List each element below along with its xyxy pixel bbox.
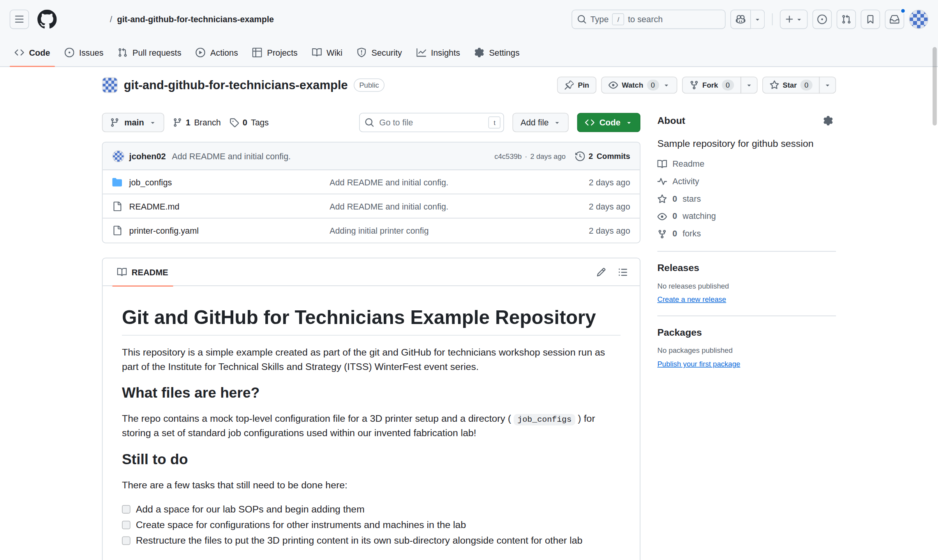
meta-label: watching xyxy=(682,210,716,223)
outline-button[interactable] xyxy=(613,262,633,282)
file-name-link[interactable]: README.md xyxy=(129,201,180,211)
page-title[interactable]: git-and-github-for-technicians-example xyxy=(124,78,348,92)
create-new-button[interactable] xyxy=(780,10,808,29)
tab-settings[interactable]: Settings xyxy=(470,39,524,66)
branch-selector[interactable]: main xyxy=(102,113,164,132)
history-icon xyxy=(575,151,585,161)
star-count: 0 xyxy=(800,80,813,91)
commit-message[interactable]: Add README and initial config. xyxy=(172,151,291,161)
tags-link[interactable]: 0 Tags xyxy=(229,118,269,127)
branches-link[interactable]: 1 Branch xyxy=(173,118,221,127)
tag-icon xyxy=(229,118,239,127)
tab-wiki[interactable]: Wiki xyxy=(307,39,347,66)
list-unordered-icon xyxy=(618,267,628,277)
tab-label: Settings xyxy=(489,48,519,57)
file-commit-message[interactable]: Adding initial printer config xyxy=(330,226,558,236)
tab-pull-requests[interactable]: Pull requests xyxy=(113,39,186,66)
code-dropdown-button[interactable]: Code xyxy=(577,113,640,132)
watch-button[interactable]: Watch 0 xyxy=(601,77,677,93)
commit-sha[interactable]: c4c539b xyxy=(494,152,522,160)
file-commit-message[interactable]: Add README and initial config. xyxy=(330,177,558,187)
star-icon xyxy=(657,194,667,204)
slash-key-hint: / xyxy=(612,13,624,25)
tags-word: Tags xyxy=(251,118,269,127)
commit-history-link[interactable]: 2 Commits xyxy=(575,151,630,161)
tab-projects[interactable]: Projects xyxy=(248,39,302,66)
commit-separator: · xyxy=(525,152,527,160)
fork-button[interactable]: Fork 0 xyxy=(682,77,741,93)
inbox-button[interactable] xyxy=(885,10,905,29)
tab-issues[interactable]: Issues xyxy=(60,39,108,66)
tab-actions[interactable]: Actions xyxy=(191,39,243,66)
watch-count: 0 xyxy=(647,80,659,91)
add-file-label: Add file xyxy=(520,118,548,127)
github-mark-icon xyxy=(37,10,57,29)
copilot-button[interactable] xyxy=(730,10,751,29)
packages-heading: Packages xyxy=(657,327,836,338)
book-icon xyxy=(312,48,322,57)
tab-code[interactable]: Code xyxy=(10,39,55,66)
fork-dropdown-button[interactable] xyxy=(741,77,757,93)
publish-package-link[interactable]: Publish your first package xyxy=(657,358,740,369)
branches-count: 1 xyxy=(186,118,190,127)
main-layout: main 1 Branch 0 Tags t xyxy=(83,103,855,560)
search-icon xyxy=(577,14,587,24)
tab-insights[interactable]: Insights xyxy=(412,39,465,66)
commit-author-avatar[interactable] xyxy=(112,150,124,162)
star-button[interactable]: Star 0 xyxy=(762,77,820,93)
edit-readme-button[interactable] xyxy=(592,262,611,282)
copilot-dropdown-button[interactable] xyxy=(751,10,765,29)
github-logo[interactable] xyxy=(37,10,57,29)
activity-link[interactable]: Activity xyxy=(657,175,836,188)
tab-label: Issues xyxy=(79,48,104,57)
inbox-icon xyxy=(890,14,899,24)
watching-link[interactable]: 0 watching xyxy=(657,210,836,223)
repo-forked-icon xyxy=(657,229,667,239)
goto-file-wrap: t xyxy=(359,113,504,132)
about-heading: About xyxy=(657,115,685,126)
breadcrumb-repo-name[interactable]: git-and-github-for-technicians-example xyxy=(117,14,274,24)
star-label: Star xyxy=(783,81,797,90)
edit-about-button[interactable] xyxy=(820,113,836,129)
repo-avatar xyxy=(102,77,118,93)
pull-requests-header-button[interactable] xyxy=(837,10,856,29)
file-commit-time: 2 days ago xyxy=(558,201,630,211)
add-file-button[interactable]: Add file xyxy=(513,113,569,132)
repo-nav: Code Issues Pull requests Actions Projec… xyxy=(0,39,938,67)
tab-security[interactable]: Security xyxy=(352,39,407,66)
bookmark-header-button[interactable] xyxy=(861,10,880,29)
meta-label: forks xyxy=(682,227,701,240)
star-dropdown-button[interactable] xyxy=(819,77,836,93)
global-search-input[interactable]: Type / to search xyxy=(571,10,725,29)
pin-button[interactable]: Pin xyxy=(557,77,596,93)
repo-description: Sample repository for github session xyxy=(657,138,836,149)
readme-content: Git and GitHub for Technicians Example R… xyxy=(102,286,640,560)
task-list: Add a space for our lab SOPs and begin a… xyxy=(122,502,621,548)
plus-icon xyxy=(785,14,794,24)
tab-readme[interactable]: README xyxy=(108,258,178,285)
file-commit-time: 2 days ago xyxy=(558,226,630,236)
commit-author[interactable]: jcohen02 xyxy=(129,151,166,161)
code-icon xyxy=(14,48,24,57)
create-release-link[interactable]: Create a new release xyxy=(657,294,726,305)
about-sidebar: About Sample repository for github sessi… xyxy=(657,113,836,560)
code-button-label: Code xyxy=(599,118,621,127)
chevron-down-icon xyxy=(663,81,670,89)
header-actions: Type / to search xyxy=(571,10,928,29)
file-name-link[interactable]: printer-config.yaml xyxy=(129,226,199,236)
file-commit-message[interactable]: Add README and initial config. xyxy=(330,201,558,211)
hamburger-menu-button[interactable] xyxy=(10,10,29,29)
user-avatar[interactable] xyxy=(909,10,929,29)
file-name-link[interactable]: job_configs xyxy=(129,177,172,187)
gear-icon xyxy=(823,116,833,126)
goto-file-input[interactable] xyxy=(359,113,504,132)
header-divider xyxy=(772,13,773,25)
breadcrumb: / git-and-github-for-technicians-example xyxy=(110,14,274,24)
vertical-scrollbar[interactable] xyxy=(933,47,937,125)
repo-action-buttons: Pin Watch 0 Fork 0 xyxy=(557,77,836,93)
book-icon xyxy=(657,159,667,169)
issues-header-button[interactable] xyxy=(813,10,832,29)
stars-link[interactable]: 0 stars xyxy=(657,192,836,205)
readme-link[interactable]: Readme xyxy=(657,157,836,170)
forks-link[interactable]: 0 forks xyxy=(657,227,836,240)
